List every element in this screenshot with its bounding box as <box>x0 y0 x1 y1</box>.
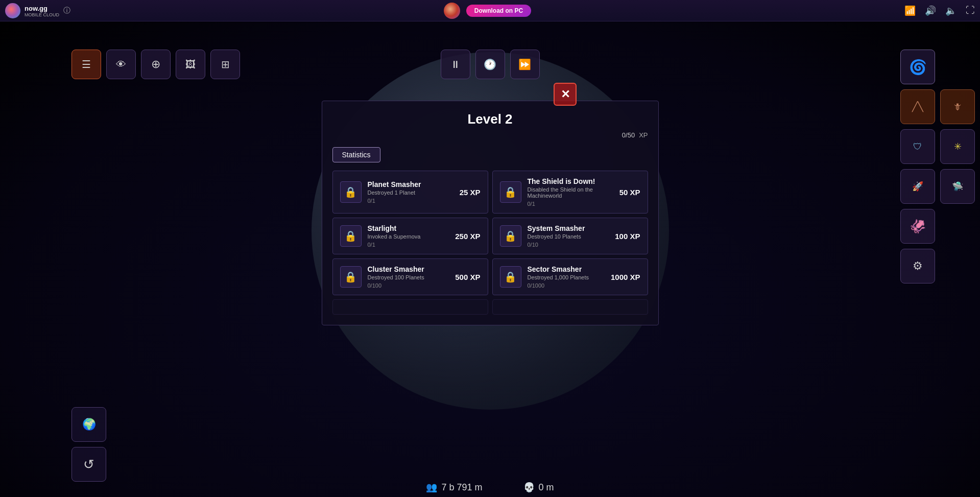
settings-button[interactable]: ⚙ <box>900 249 935 283</box>
scroll-hint-right <box>492 299 648 315</box>
scroll-hint <box>332 299 648 315</box>
achievement-progress: 0/100 <box>368 282 449 289</box>
target-button[interactable]: ⊕ <box>141 50 171 79</box>
ufo-icon: 🛸 <box>952 181 963 192</box>
avatar[interactable] <box>444 3 460 19</box>
ufo-button[interactable]: 🛸 <box>940 169 975 204</box>
info-icon[interactable]: ⓘ <box>63 6 70 15</box>
xp-label: XP <box>639 131 648 139</box>
achievement-xp: 100 XP <box>615 232 640 241</box>
logo-sub: MOBILE CLOUD <box>25 13 59 17</box>
weapon-1-icon: ╱╲ <box>912 101 923 112</box>
game-area: ☰ 👁 ⊕ 🖼 ⊞ ⏸ 🕐 ⏩ 🌀 ╱╲ <box>0 21 980 497</box>
achievement-xp: 50 XP <box>619 188 640 197</box>
refresh-button[interactable]: ↺ <box>71 447 106 482</box>
achievement-info: Planet Smasher Destroyed 1 Planet 0/1 <box>368 180 453 204</box>
achievement-progress: 0/1000 <box>528 282 605 289</box>
pause-button[interactable]: ⏸ <box>441 50 470 79</box>
status-bar: 👥 7 b 791 m 💀 0 m <box>0 478 980 497</box>
tab-statistics[interactable]: Statistics <box>332 147 380 162</box>
clock-button[interactable]: 🕐 <box>475 50 505 79</box>
top-bar-left: now.gg MOBILE CLOUD ⓘ <box>5 3 70 18</box>
game-top-buttons: ☰ 👁 ⊕ 🖼 ⊞ <box>71 50 240 79</box>
spiral-button[interactable]: 🌀 <box>900 50 935 84</box>
fullscreen-icon[interactable]: ⛶ <box>966 5 975 16</box>
achievement-desc: Destroyed 1,000 Planets <box>528 274 605 280</box>
achievement-progress: 0/10 <box>528 242 609 248</box>
achievement-card[interactable]: 🔒 Cluster Smasher Destroyed 100 Planets … <box>332 258 488 295</box>
level-modal: Level 2 0/50 XP Statistics 🔒 Planet Smas… <box>322 101 659 325</box>
menu-icon: ☰ <box>82 58 91 70</box>
modal-tabs: Statistics <box>332 147 648 162</box>
audio-icon[interactable]: 🔊 <box>925 5 936 16</box>
scroll-hint-left <box>332 299 488 315</box>
camera-button[interactable]: 🖼 <box>176 50 205 79</box>
close-icon: ✕ <box>561 88 570 101</box>
weapon-1-button[interactable]: ╱╲ <box>900 89 935 124</box>
top-bar: now.gg MOBILE CLOUD ⓘ Download on PC 📶 🔊… <box>0 0 980 21</box>
planet-button[interactable]: 🌍 <box>71 407 106 442</box>
achievement-xp: 1000 XP <box>611 273 640 281</box>
bottom-left-buttons: 🌍 ↺ <box>71 407 106 482</box>
burst-icon: ✳ <box>954 141 962 152</box>
weapon-row-2: 🛡 ✳ <box>900 129 975 164</box>
achievement-card[interactable]: 🔒 Planet Smasher Destroyed 1 Planet 0/1 … <box>332 171 488 214</box>
achievement-name: Planet Smasher <box>368 180 453 188</box>
menu-button[interactable]: ☰ <box>71 50 101 79</box>
shield-icon: 🛡 <box>913 141 922 152</box>
achievement-card[interactable]: 🔒 The Shield is Down! Disabled the Shiel… <box>492 171 648 214</box>
top-bar-center: Download on PC <box>444 3 531 19</box>
lock-icon: 🔒 <box>500 225 521 247</box>
volume-icon[interactable]: 🔈 <box>945 5 957 16</box>
lock-icon: 🔒 <box>340 225 362 247</box>
achievement-name: Starlight <box>368 224 449 232</box>
achievement-info: Sector Smasher Destroyed 1,000 Planets 0… <box>528 265 605 289</box>
download-button[interactable]: Download on PC <box>466 5 531 17</box>
logo-icon <box>5 3 20 18</box>
right-buttons: 🌀 ╱╲ 🗡 🛡 ✳ 🚀 🛸 🦑 <box>900 50 975 283</box>
modal-close-button[interactable]: ✕ <box>554 83 577 106</box>
achievement-card[interactable]: 🔒 System Smasher Destroyed 10 Planets 0/… <box>492 218 648 254</box>
eye-icon: 👁 <box>116 59 126 70</box>
squid-button[interactable]: 🦑 <box>900 209 935 244</box>
logo-name: now.gg <box>25 5 47 12</box>
grid-icon: ⊞ <box>221 58 230 70</box>
game-center-buttons: ⏸ 🕐 ⏩ <box>441 50 540 79</box>
achievement-xp: 500 XP <box>455 273 480 281</box>
eye-button[interactable]: 👁 <box>106 50 136 79</box>
settings-icon: ⚙ <box>913 259 923 273</box>
achievement-info: Starlight Invoked a Supernova 0/1 <box>368 224 449 248</box>
achievement-progress: 0/1 <box>368 198 453 204</box>
achievement-desc: Destroyed 100 Planets <box>368 274 449 280</box>
refresh-icon: ↺ <box>83 457 94 472</box>
population-status: 👥 7 b 791 m <box>426 482 482 493</box>
skull-icon: 💀 <box>523 482 535 493</box>
achievement-card[interactable]: 🔒 Starlight Invoked a Supernova 0/1 250 … <box>332 218 488 254</box>
achievement-info: System Smasher Destroyed 10 Planets 0/10 <box>528 224 609 248</box>
xp-row: 0/50 XP <box>332 131 648 139</box>
achievement-name: System Smasher <box>528 224 609 232</box>
missile-button[interactable]: 🚀 <box>900 169 935 204</box>
achievement-card[interactable]: 🔒 Sector Smasher Destroyed 1,000 Planets… <box>492 258 648 295</box>
achievement-desc: Disabled the Shield on the Machineworld <box>528 186 613 199</box>
achievement-desc: Destroyed 10 Planets <box>528 233 609 240</box>
weapon-2-button[interactable]: 🗡 <box>940 89 975 124</box>
squid-icon: 🦑 <box>910 219 926 234</box>
lock-icon: 🔒 <box>340 181 362 203</box>
planet-icon: 🌍 <box>82 418 96 431</box>
grid-button[interactable]: ⊞ <box>210 50 240 79</box>
weapon-row-1: ╱╲ 🗡 <box>900 89 975 124</box>
achievement-name: Cluster Smasher <box>368 265 449 273</box>
fast-forward-icon: ⏩ <box>518 58 531 70</box>
fast-forward-button[interactable]: ⏩ <box>510 50 540 79</box>
camera-icon: 🖼 <box>185 59 196 70</box>
burst-button[interactable]: ✳ <box>940 129 975 164</box>
lock-icon: 🔒 <box>500 181 521 203</box>
achievement-name: The Shield is Down! <box>528 177 613 185</box>
kills-status: 💀 0 m <box>523 482 554 493</box>
weapon-2-icon: 🗡 <box>953 102 962 112</box>
weapon-row-3: 🚀 🛸 <box>900 169 975 204</box>
achievement-name: Sector Smasher <box>528 265 605 273</box>
shield-button[interactable]: 🛡 <box>900 129 935 164</box>
signal-icon[interactable]: 📶 <box>904 5 916 16</box>
